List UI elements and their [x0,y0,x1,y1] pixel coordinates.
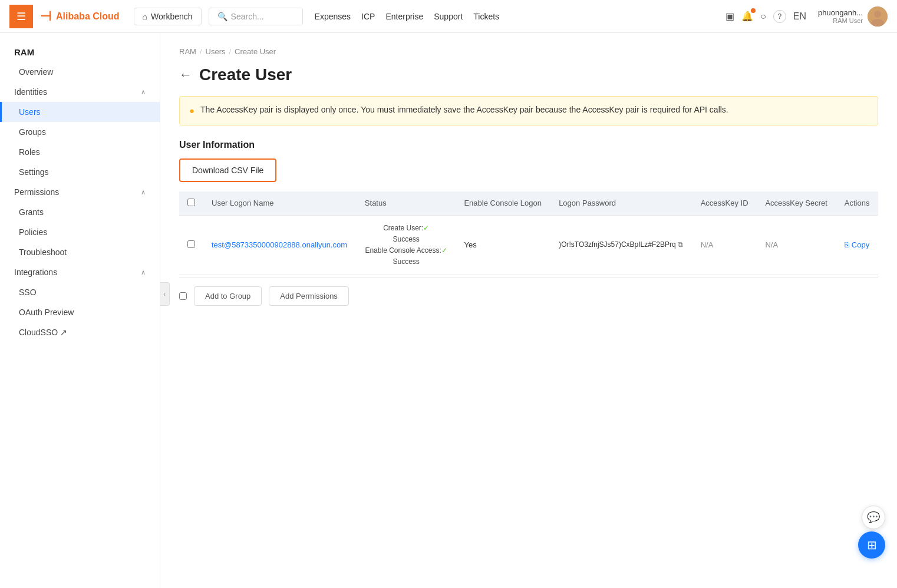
row-accesskey-secret-cell: N/A [757,215,836,275]
download-csv-button[interactable]: Download CSV File [179,158,276,182]
help-icon[interactable]: ? [773,10,786,23]
user-role: RAM User [833,17,863,24]
workbench-label: Workbench [151,12,193,21]
table-header-logon-name: User Logon Name [203,191,357,216]
table-header-actions: Actions [836,191,878,216]
chevron-up-icon: ∧ [141,88,146,96]
row-checkbox[interactable] [187,240,195,248]
bottom-select-all-checkbox[interactable] [179,292,187,300]
nav-expenses[interactable]: Expenses [315,12,351,21]
copy-action-icon: ⎘ [845,240,849,249]
page-title: Create User [199,65,292,84]
lang-selector[interactable]: EN [793,11,806,22]
status-check1: ✓ [423,224,429,232]
back-button[interactable]: ← [179,67,192,82]
sidebar-group-identities[interactable]: Identities ∧ [0,82,160,102]
logo-area: ⊣ Alibaba Cloud [40,9,120,24]
table-header-accesskey-id: AccessKey ID [692,191,757,216]
sidebar-item-settings[interactable]: Settings [0,162,160,182]
accesskey-id-value: N/A [701,240,714,249]
add-permissions-button[interactable]: Add Permissions [269,286,349,306]
nav-enterprise[interactable]: Enterprise [385,12,423,21]
copy-password-icon[interactable]: ⧉ [678,240,683,249]
sidebar-item-grants[interactable]: Grants [0,202,160,222]
nav-support[interactable]: Support [434,12,463,21]
alert-icon: ● [189,104,194,118]
status-line2: Success [393,235,419,243]
floating-main-button[interactable]: ⊞ [858,531,885,559]
copy-action-button[interactable]: ⎘ Copy [845,240,869,249]
sidebar-item-groups[interactable]: Groups [0,122,160,142]
sidebar-section-title: RAM [0,42,160,62]
table-header-accesskey-secret: AccessKey Secret [757,191,836,216]
chevron-up-icon-2: ∧ [141,189,146,196]
section-title: User Information [179,140,878,150]
table-header-select [179,191,203,216]
chevron-up-icon-3: ∧ [141,269,146,276]
status-line3: Enable Console Access: [365,246,441,255]
avatar[interactable] [868,6,888,27]
nav-icons: ▣ 🔔 ○ ? EN [725,10,806,23]
breadcrumb-sep-1: / [200,47,202,56]
table-header: User Logon Name Status Enable Console Lo… [179,191,878,216]
sidebar-item-users[interactable]: Users [0,102,160,122]
sidebar-item-overview[interactable]: Overview [0,62,160,82]
breadcrumb-users[interactable]: Users [206,47,226,56]
search-placeholder: Search... [231,12,264,21]
search-icon: 🔍 [217,12,227,21]
home-icon: ⌂ [143,12,147,21]
breadcrumb-sep-2: / [229,47,231,56]
table-row: test@5873350000902888.onaliyun.com Creat… [179,215,878,275]
user-logon-name-link[interactable]: test@5873350000902888.onaliyun.com [212,240,347,249]
bottom-bar: Add to Group Add Permissions [179,278,878,314]
floating-chat-button[interactable]: 💬 [862,506,885,529]
breadcrumb: RAM / Users / Create User [179,47,878,56]
row-checkbox-cell [179,215,203,275]
svg-point-1 [874,11,881,18]
user-info-section: User Information Download CSV File User … [179,140,878,315]
workbench-button[interactable]: ⌂ Workbench [134,8,202,25]
nav-icp[interactable]: ICP [361,12,375,21]
user-table: User Logon Name Status Enable Console Lo… [179,191,878,276]
table-header-logon-password: Logon Password [550,191,692,216]
sidebar-item-roles[interactable]: Roles [0,142,160,162]
breadcrumb-current: Create User [235,47,276,56]
logo-icon: ⊣ [40,9,51,24]
row-enable-console-cell: Yes [456,215,550,275]
sidebar: RAM Overview Identities ∧ Users Groups R… [0,33,160,588]
top-nav: ☰ ⊣ Alibaba Cloud ⌂ Workbench 🔍 Search..… [0,0,897,33]
select-all-checkbox[interactable] [187,199,195,206]
chat-icon: 💬 [867,511,880,524]
breadcrumb-ram[interactable]: RAM [179,47,196,56]
lightbulb-icon[interactable]: ○ [760,11,766,22]
monitor-icon[interactable]: ▣ [725,11,734,22]
sidebar-item-oauth[interactable]: OAuth Preview [0,302,160,322]
user-name: phuonganh... [818,8,863,17]
sidebar-item-troubleshoot[interactable]: Troubleshoot [0,242,160,262]
alert-box: ● The AccessKey pair is displayed only o… [179,96,878,125]
sidebar-item-cloudsso[interactable]: CloudSSO ↗ [0,322,160,342]
sidebar-group-integrations[interactable]: Integrations ∧ [0,262,160,282]
status-line4: Success [393,257,419,266]
logo-text: Alibaba Cloud [56,11,120,22]
row-accesskey-id-cell: N/A [692,215,757,275]
sidebar-group-permissions[interactable]: Permissions ∧ [0,182,160,202]
nav-tickets[interactable]: Tickets [473,12,499,21]
user-info: phuonganh... RAM User [818,6,888,27]
table-header-status: Status [357,191,456,216]
nav-links: Expenses ICP Enterprise Support Tickets [315,12,500,21]
sidebar-toggle[interactable]: ‹ [160,282,170,306]
add-to-group-button[interactable]: Add to Group [194,286,262,306]
sidebar-item-policies[interactable]: Policies [0,222,160,242]
logon-password-value: )Or!sTO3zfnjSJs57)CxBpILz#F2BPrq [559,240,676,249]
sidebar-item-sso[interactable]: SSO [0,282,160,302]
hamburger-button[interactable]: ☰ [9,5,33,28]
collapse-icon: ‹ [164,291,166,298]
bell-icon[interactable]: 🔔 [741,11,753,22]
page-layout: RAM Overview Identities ∧ Users Groups R… [0,33,897,588]
status-check2: ✓ [441,246,447,255]
menu-icon: ☰ [17,10,26,23]
search-box[interactable]: 🔍 Search... [209,8,303,25]
grid-icon: ⊞ [867,538,877,552]
alert-text: The AccessKey pair is displayed only onc… [200,104,728,116]
